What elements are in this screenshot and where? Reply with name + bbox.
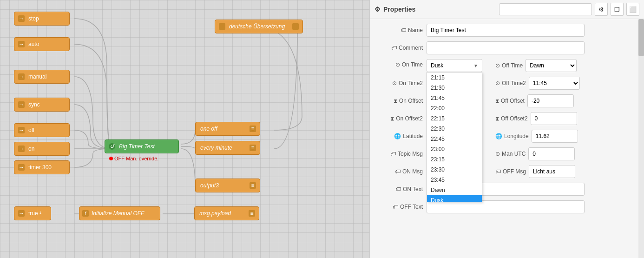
dropdown-item-2315[interactable]: 23:15 <box>427 154 482 165</box>
node-true[interactable]: → true ¹ <box>14 206 51 220</box>
panel-title-text: Properties <box>383 6 415 13</box>
off-time-select[interactable]: Dawn Dusk Sunrise Sunset <box>526 59 577 72</box>
node-stop[interactable]: → stop <box>14 12 70 26</box>
on-time-row: ⊙ On Time Dusk ▼ 21:15 21:30 21:45 22:00… <box>376 59 637 72</box>
offset-row: ⧗ On Offset ⧗ Off Offset <box>376 94 637 107</box>
dropdown-item-2245[interactable]: 22:45 <box>427 134 482 144</box>
dropdown-item-2115[interactable]: 21:15 <box>427 73 482 83</box>
scrollbar-track[interactable] <box>638 19 644 258</box>
on-time-dropdown-list[interactable]: 21:15 21:30 21:45 22:00 22:15 22:30 22:4… <box>427 72 482 202</box>
off-text-row: 🏷 OFF Text <box>376 200 637 213</box>
scrollbar-thumb[interactable] <box>638 19 644 56</box>
port-output3-right: ≡ <box>250 182 256 189</box>
node-initialize[interactable]: f Initialize Manual OFF <box>79 206 160 220</box>
settings-button[interactable]: ⚙ <box>595 3 608 16</box>
man-utc-label: ⊙ Man UTC <box>495 151 526 157</box>
node-on-label: on <box>28 146 34 152</box>
dropdown-item-2200[interactable]: 22:00 <box>427 103 482 113</box>
node-off[interactable]: → off <box>14 123 70 137</box>
dropdown-item-2145[interactable]: 21:45 <box>427 93 482 103</box>
panel-search-input[interactable] <box>499 3 592 15</box>
override-dot <box>109 157 113 160</box>
off-offset2-group: ⧗ Off Offset2 <box>495 112 577 125</box>
tag-icon-ontext: 🏷 <box>395 186 401 192</box>
on-offset-label: ⧗ On Offset <box>376 98 423 104</box>
node-timer300-label: timer 300 <box>28 164 52 171</box>
longitude-group: 🌐 Longitude <box>495 130 578 143</box>
panel-header: ⚙ Properties ⚙ ❐ ⬜ <box>370 0 644 19</box>
longitude-input[interactable] <box>532 130 578 143</box>
off-text-label: 🏷 OFF Text <box>376 204 423 210</box>
node-msg-payload-label: msg.payload <box>199 210 231 217</box>
node-every-minute-label: every minute <box>200 145 232 151</box>
msg-row: 🏷 ON Msg 🏷 OFF Msg <box>376 165 637 178</box>
comment-input[interactable] <box>427 41 585 54</box>
off-offset-input[interactable] <box>527 94 574 107</box>
override-text: OFF Man. override. <box>109 156 158 161</box>
dropdown-item-2130[interactable]: 21:30 <box>427 83 482 93</box>
node-one-off[interactable]: ≡ one off <box>195 122 260 136</box>
clock-icon-ontime2: ⊙ <box>392 80 397 86</box>
panel-body: 🏷 Name 🏷 Comment ⊙ On Time Dusk ▼ <box>370 19 644 258</box>
node-deutsche[interactable]: deutsche Übersetzung <box>215 20 303 33</box>
panel-controls: ⚙ ❐ ⬜ <box>499 3 639 16</box>
copy-button[interactable]: ❐ <box>611 3 624 16</box>
node-auto[interactable]: → auto <box>14 37 70 51</box>
off-offset2-input[interactable] <box>531 112 577 125</box>
node-timer300[interactable]: → timer 300 <box>14 160 70 174</box>
off-msg-label: 🏷 OFF Msg <box>495 168 526 175</box>
dropdown-item-2330[interactable]: 23:30 <box>427 165 482 175</box>
tag-icon-onmsg: 🏷 <box>395 168 401 175</box>
clock-icon-manutc: ⊙ <box>495 151 500 157</box>
chevron-down-icon: ▼ <box>473 63 478 68</box>
node-on[interactable]: → on <box>14 142 70 156</box>
off-time-group: ⊙ Off Time Dawn Dusk Sunrise Sunset <box>495 59 577 72</box>
globe-icon-lon: 🌐 <box>495 133 502 139</box>
node-big-timer-label: Big Timer Test <box>119 143 155 150</box>
port-on-left: → <box>18 146 25 152</box>
node-manual[interactable]: → manual <box>14 70 70 84</box>
off-time2-select[interactable]: 11:45 <box>529 77 580 90</box>
on-text-row: 🏷 ON Text <box>376 183 637 196</box>
off-offset2-label: ⧗ Off Offset2 <box>495 115 528 122</box>
node-output3[interactable]: ≡ output3 <box>195 179 260 192</box>
node-msg-payload[interactable]: ≡ msg.payload <box>194 206 259 220</box>
node-off-label: off <box>28 127 34 133</box>
port-msg-payload-right: ≡ <box>249 210 255 217</box>
dropdown-item-dawn[interactable]: Dawn <box>427 185 482 195</box>
hourglass-icon-offoffset2: ⧗ <box>495 115 499 122</box>
node-sync[interactable]: → sync <box>14 98 70 112</box>
dropdown-item-2230[interactable]: 22:30 <box>427 124 482 134</box>
clock-icon-offtime: ⊙ <box>495 62 500 69</box>
dropdown-item-2300[interactable]: 23:00 <box>427 144 482 154</box>
dropdown-item-2215[interactable]: 22:15 <box>427 113 482 124</box>
on-time-dropdown[interactable]: Dusk ▼ 21:15 21:30 21:45 22:00 22:15 22:… <box>427 59 482 72</box>
node-big-timer[interactable]: ↺ Big Timer Test <box>105 139 179 153</box>
node-stop-label: stop <box>28 15 39 22</box>
comment-label: 🏷 Comment <box>376 45 423 51</box>
port-deutsche-right <box>292 23 299 30</box>
off-time-label: ⊙ Off Time <box>495 62 523 69</box>
name-label: 🏷 Name <box>376 27 423 33</box>
port-stop-left: → <box>18 15 25 22</box>
on-time-label: ⊙ On Time <box>376 59 423 68</box>
name-input[interactable] <box>427 24 585 37</box>
port-deutsche-left <box>219 23 225 30</box>
tag-icon-topic: 🏷 <box>390 151 396 157</box>
port-one-off-right: ≡ <box>250 126 256 132</box>
hourglass-icon-onoffset2: ⧗ <box>390 115 394 122</box>
on-time-select[interactable]: Dusk ▼ <box>427 59 482 72</box>
off-time2-label: ⊙ Off Time2 <box>495 80 526 86</box>
on-time2-label: ⊙ On Time2 <box>376 80 423 86</box>
hourglass-icon-offoffset: ⧗ <box>495 98 499 104</box>
dropdown-item-2345[interactable]: 23:45 <box>427 175 482 185</box>
off-text-input[interactable] <box>427 200 585 213</box>
dropdown-item-dusk[interactable]: Dusk <box>427 195 482 202</box>
node-every-minute[interactable]: ≡ every minute <box>195 141 260 155</box>
export-button[interactable]: ⬜ <box>626 3 639 16</box>
name-row: 🏷 Name <box>376 24 637 37</box>
off-msg-input[interactable] <box>529 165 575 178</box>
port-big-timer-left: ↺ <box>109 143 115 150</box>
man-utc-input[interactable] <box>528 147 575 160</box>
tag-icon-offmsg: 🏷 <box>495 168 501 175</box>
